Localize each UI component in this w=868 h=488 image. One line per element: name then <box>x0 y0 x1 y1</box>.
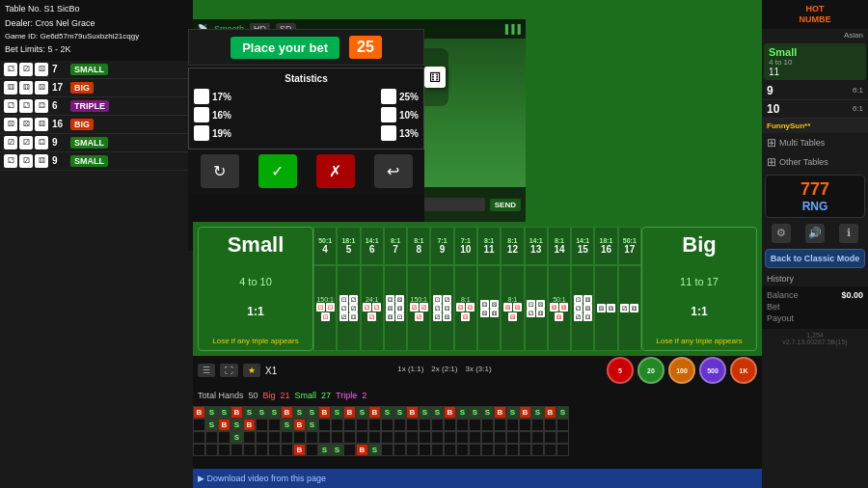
dice-combo-13[interactable]: ⚄⚅ <box>594 265 617 351</box>
table-no-label: Table No. <box>5 4 41 14</box>
confirm-button[interactable]: ✓ <box>258 154 297 188</box>
cancel-button[interactable]: ✗ <box>316 154 355 188</box>
stat-row-3: ⚂ 19% ⚃ 13% <box>194 125 419 141</box>
stat-die-2: ⚅ <box>381 89 396 104</box>
stat-pct-4: 10% <box>399 110 419 121</box>
download-text: ▶ Download video from this page <box>198 474 326 483</box>
stat-pct-3: 16% <box>212 110 231 121</box>
volume-icon[interactable]: 🔊 <box>805 224 825 243</box>
dice-combo-12[interactable]: ⚀⚅ ⚁⚄ ⚂⚃ <box>571 265 594 351</box>
mult-3x: 3x (3:1) <box>465 365 491 373</box>
score-row-3: S <box>193 431 762 444</box>
small-info-panel: Small 4 to 10 11 <box>764 43 866 80</box>
dice-combos-row: 150:1 ⚀⚀⚀ ⚀⚁ ⚁⚂ ⚂⚃ 24:1 ⚁⚁⚁ ⚃⚄ ⚄⚅ <box>313 265 641 351</box>
number-10[interactable]: 7:110 <box>454 227 477 265</box>
dice-combo-1[interactable]: 150:1 ⚀⚀⚀ <box>313 265 337 351</box>
small-section[interactable]: Small 4 to 10 1:1 Lose if any triple app… <box>198 227 313 351</box>
hot-number-10[interactable]: 10 6:1 <box>762 100 868 119</box>
big-section[interactable]: Big 11 to 17 1:1 Lose if any triple appe… <box>641 227 757 351</box>
multi-tables-button[interactable]: ⊞ Multi Tables <box>762 133 868 152</box>
version-info: 1,254v2.7.13.60287.5B(15) <box>762 329 868 348</box>
refresh-button[interactable]: ↻ <box>201 154 239 188</box>
number-8[interactable]: 8:18 <box>407 227 430 265</box>
statistics-title: Statistics <box>194 73 419 84</box>
list-item: ⚂⚂⚃ 9 SMALL <box>0 134 193 152</box>
game-id-value: Ge6d57m79uSuxbzhl21cqgy <box>40 32 139 41</box>
dice-combo-6[interactable]: ⚀⚂ ⚁⚃ ⚂⚄ <box>430 265 453 351</box>
number-14[interactable]: 8:114 <box>548 227 571 265</box>
number-4[interactable]: 50:14 <box>313 227 337 265</box>
dice-combo-5[interactable]: 150:1 ⚂⚂⚂ <box>407 265 430 351</box>
settings-icon[interactable]: ⚙ <box>772 224 791 243</box>
number-7[interactable]: 8:17 <box>384 227 407 265</box>
small-count-label: Small <box>295 391 317 400</box>
multi-tables-label: Multi Tables <box>779 138 825 148</box>
dice-combo-4[interactable]: ⚃⚄ ⚄⚅ ⚅⚀ <box>384 265 407 351</box>
stat-die-1: ⚀ <box>194 89 209 104</box>
number-13[interactable]: 14:113 <box>525 227 548 265</box>
dice-combo-3[interactable]: 24:1 ⚁⚁⚁ <box>361 265 384 351</box>
asian-label: Asian <box>762 29 868 41</box>
video-section: ⚂ ⚃ ⚅ 📡 Smooth HD SD ▐▐▐ + − System Mess… <box>193 0 762 222</box>
dice-combo-14[interactable]: ⚂⚅ <box>618 265 641 351</box>
triple-count-value: 2 <box>362 391 366 400</box>
dice-combo-8[interactable]: ⚃⚄ ⚄⚅ <box>477 265 501 351</box>
number-9[interactable]: 7:19 <box>430 227 453 265</box>
dice-combo-2[interactable]: ⚀⚁ ⚁⚂ ⚂⚃ <box>337 265 360 351</box>
stat-row-2: ⚁ 16% ⚄ 10% <box>194 107 419 122</box>
classic-mode-button[interactable]: Back to Classic Mode <box>765 249 865 268</box>
favorite-button[interactable]: ★ <box>243 364 260 377</box>
stat-pct-5: 19% <box>212 128 231 139</box>
bet-action-buttons: ↻ ✓ ✗ ↩ <box>188 149 424 193</box>
small-lose-label: Lose if any triple appears <box>212 337 298 345</box>
bet-interface: Place your bet 25 Statistics ⚀ 17% ⚅ 25% <box>188 29 424 251</box>
total-hands-label: Total Hands <box>198 391 244 400</box>
statistics-panel: Statistics ⚀ 17% ⚅ 25% ⚁ 16% <box>188 68 424 149</box>
bet-countdown: 25 <box>349 36 382 59</box>
other-tables-button[interactable]: ⊞ Other Tables <box>762 152 868 172</box>
left-panel: Table No. S1 SicBo Dealer: Cros Nel Grac… <box>0 0 193 488</box>
dice-combo-7[interactable]: 8:1 ⚃⚃⚃ <box>454 265 477 351</box>
dealer-value: Cros Nel Grace <box>36 18 95 28</box>
place-bet-button[interactable]: Place your bet <box>231 37 339 59</box>
numbers-section: 50:14 18:15 14:16 8:17 8:18 7:19 7:110 8… <box>313 227 641 351</box>
number-12[interactable]: 8:112 <box>501 227 524 265</box>
stat-die-5: ⚂ <box>194 125 209 141</box>
dice-combo-9[interactable]: 8:1 ⚄⚄⚄ <box>501 265 524 351</box>
chip-5[interactable]: 5 <box>607 357 634 384</box>
history-button[interactable]: History <box>762 271 868 286</box>
list-item: ⚅⚅⚄ 17 BIG <box>0 79 193 97</box>
chip-20[interactable]: 20 <box>637 357 665 384</box>
bet-label: Bet <box>767 302 780 312</box>
number-5[interactable]: 18:15 <box>337 227 360 265</box>
fullscreen-button[interactable]: ⛶ <box>220 364 238 377</box>
number-6[interactable]: 14:16 <box>361 227 384 265</box>
menu-button[interactable]: ☰ <box>198 364 215 377</box>
balance-row: Balance $0.00 <box>767 290 863 300</box>
chip-100[interactable]: 100 <box>668 357 695 384</box>
numbers-row: 50:14 18:15 14:16 8:17 8:18 7:19 7:110 8… <box>313 227 641 265</box>
undo-button[interactable]: ↩ <box>374 154 413 188</box>
dice-combo-11[interactable]: 50:1 ⚅⚅⚅ <box>548 265 571 351</box>
small-range: 4 to 10 <box>239 276 272 287</box>
dice-combo-10[interactable]: ⚀⚄ ⚁⚅ <box>525 265 548 351</box>
hot-num-value-9: 9 <box>767 84 773 97</box>
chip-1k[interactable]: 1K <box>730 357 757 384</box>
info-icon[interactable]: ℹ <box>839 224 858 243</box>
score-row-2: SBSBSBS <box>193 419 762 431</box>
hot-number-9[interactable]: 9 6:1 <box>762 82 868 100</box>
number-17[interactable]: 50:117 <box>618 227 641 265</box>
number-11[interactable]: 8:111 <box>477 227 501 265</box>
small-hot-label: Small <box>769 46 861 58</box>
chip-500[interactable]: 500 <box>699 357 726 384</box>
balance-panel: Balance $0.00 Bet Payout <box>762 286 868 329</box>
number-15[interactable]: 14:115 <box>571 227 594 265</box>
score-row-4: BSSBS <box>193 444 762 456</box>
download-bar[interactable]: ▶ Download video from this page <box>193 469 762 488</box>
send-button[interactable]: SEND <box>490 199 521 211</box>
big-ratio: 1:1 <box>691 305 707 318</box>
balance-label: Balance <box>767 290 799 300</box>
number-16[interactable]: 18:116 <box>594 227 617 265</box>
rng-banner[interactable]: 777 RNG <box>765 175 865 218</box>
stat-pct-1: 17% <box>212 92 231 102</box>
